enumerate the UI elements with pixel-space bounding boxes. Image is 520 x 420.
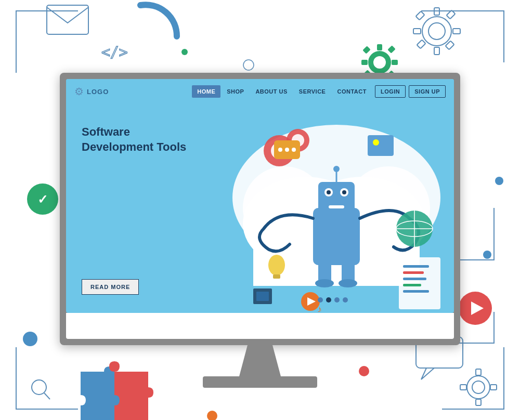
svg-rect-23 [387,45,396,54]
svg-rect-85 [403,271,424,274]
nav-home[interactable]: HOME [192,85,220,98]
svg-rect-8 [413,29,421,34]
svg-point-75 [373,139,379,146]
svg-text:♪: ♪ [317,304,322,312]
login-button[interactable]: LOGIN [375,85,406,98]
svg-point-31 [459,292,492,325]
hero-right: ♪ [212,104,454,313]
svg-point-28 [23,332,37,346]
svg-point-27 [483,251,491,259]
svg-point-3 [243,60,254,70]
screen-inner: ⚙ LOGO HOME SHOP ABOUT US SERVICE CONTAC… [66,79,454,313]
slider-dots [318,297,348,303]
nav-links: HOME SHOP ABOUT US SERVICE CONTACT LOGIN… [192,85,446,98]
svg-rect-74 [368,135,394,156]
svg-rect-20 [362,46,371,54]
svg-text:✓: ✓ [37,192,48,206]
svg-rect-82 [256,292,269,301]
dot-4[interactable] [343,297,348,303]
hero-illustration: ♪ [201,104,454,312]
svg-point-15 [373,56,386,69]
svg-rect-84 [403,265,429,268]
nav-service[interactable]: SERVICE [294,85,331,98]
screen-hero: Software Development Tools READ MORE [66,104,454,313]
nav-shop[interactable]: SHOP [222,85,249,98]
svg-point-60 [315,279,334,287]
svg-point-2 [181,49,188,55]
screen-navbar: ⚙ LOGO HOME SHOP ABOUT US SERVICE CONTAC… [66,79,454,104]
svg-point-76 [268,255,285,275]
frame-top-left [16,10,78,73]
screen-bottom-strip [66,313,454,339]
dot-1[interactable] [318,297,323,303]
svg-point-26 [495,177,503,185]
hero-left: Software Development Tools READ MORE [66,104,212,313]
svg-point-54 [342,190,346,194]
monitor-screen: ⚙ LOGO HOME SHOP ABOUT US SERVICE CONTAC… [60,73,460,345]
svg-rect-87 [403,284,421,286]
monitor-stand [60,345,460,388]
frame-top-right [421,10,504,62]
svg-rect-77 [273,274,280,279]
svg-point-61 [339,279,357,287]
svg-point-72 [285,148,289,152]
svg-point-71 [278,148,282,152]
hero-title: Software Development Tools [82,125,201,154]
stand-neck [239,345,281,376]
svg-rect-18 [361,60,368,65]
svg-rect-88 [403,290,429,293]
dot-2[interactable] [326,297,331,303]
signup-button[interactable]: SIGN UP [409,85,446,98]
nav-logo-area: ⚙ LOGO [74,85,109,98]
gear-icon: ⚙ [74,85,84,98]
svg-point-73 [292,148,296,152]
svg-rect-49 [313,208,360,265]
monitor-wrapper: ⚙ LOGO HOME SHOP ABOUT US SERVICE CONTAC… [60,73,460,388]
nav-about[interactable]: ABOUT US [250,85,292,98]
svg-point-30 [207,411,217,420]
nav-contact[interactable]: CONTACT [332,85,371,98]
stand-base [203,376,317,388]
svg-rect-55 [329,205,344,208]
svg-rect-86 [403,278,426,280]
svg-text:</>: </> [101,44,128,61]
svg-point-14 [368,51,391,74]
svg-point-53 [327,190,331,194]
svg-rect-16 [377,44,382,50]
dot-3[interactable] [334,297,340,303]
nav-logo-text: LOGO [87,88,109,96]
svg-point-24 [27,183,58,215]
svg-point-57 [333,166,340,172]
svg-rect-19 [392,60,398,65]
read-more-button[interactable]: READ MORE [82,279,139,295]
svg-marker-32 [471,301,484,315]
